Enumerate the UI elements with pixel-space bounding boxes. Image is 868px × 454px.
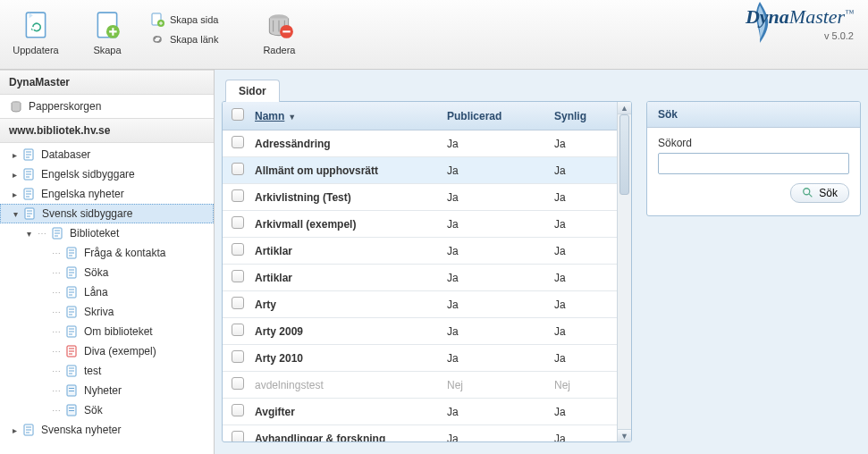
cell-vis: Ja — [554, 138, 608, 150]
tree-item[interactable]: ⋯Nyheter — [0, 381, 214, 400]
cell-name: Arty 2010 — [255, 352, 447, 365]
row-checkbox[interactable] — [232, 216, 244, 229]
row-checkbox[interactable] — [232, 163, 244, 175]
tree-dots: ⋯ — [50, 288, 63, 298]
sidebar: DynaMaster Papperskorgen www.bibliotek.h… — [0, 70, 215, 454]
scroll-down-icon[interactable]: ▼ — [618, 429, 631, 441]
col-header-pub[interactable]: Publicerad — [447, 110, 554, 122]
tree-dots: ⋯ — [50, 406, 63, 416]
content-area: Sidor Namn▼ Publicerad Synlig Adressändr… — [215, 70, 868, 454]
sidebar-item-trash[interactable]: Papperskorgen — [0, 95, 214, 118]
page-icon — [22, 206, 37, 221]
tree-item-label: Skriva — [84, 306, 114, 318]
row-checkbox[interactable] — [232, 243, 244, 256]
table-row[interactable]: Arkivlistning (Test)JaJa — [223, 184, 617, 211]
table-row[interactable]: Arkivmall (exempel)JaJa — [223, 211, 617, 238]
cell-name: Artiklar — [255, 272, 447, 284]
select-all-checkbox[interactable] — [232, 108, 244, 121]
cell-vis: Ja — [554, 325, 608, 338]
table-header: Namn▼ Publicerad Synlig — [223, 102, 617, 130]
tree-toggle-icon[interactable]: ▸ — [9, 189, 20, 199]
tree-dots: ⋯ — [50, 268, 63, 278]
cell-pub: Ja — [447, 164, 554, 177]
row-checkbox[interactable] — [232, 189, 244, 202]
tree-item-label: Sök — [84, 404, 103, 416]
cell-name: Avgifter — [255, 406, 447, 418]
cell-pub: Ja — [447, 406, 554, 418]
table-row[interactable]: AdressändringJaJa — [223, 130, 617, 157]
table-row[interactable]: ArtiklarJaJa — [223, 265, 617, 291]
search-panel: Sök Sökord Sök — [646, 101, 861, 216]
row-checkbox[interactable] — [232, 431, 244, 442]
row-checkbox[interactable] — [232, 136, 244, 148]
magnifier-icon — [802, 187, 814, 199]
delete-button[interactable]: Radera — [243, 7, 315, 59]
tree-item[interactable]: ⋯Diva (exempel) — [0, 341, 214, 361]
cell-pub: Ja — [447, 298, 554, 311]
tree-item-label: Nyheter — [84, 384, 122, 397]
table-row[interactable]: Arty 2010JaJa — [223, 345, 617, 372]
toolbar: Uppdatera Skapa Skapa sida Skapa länk Ra… — [0, 0, 868, 70]
table-row[interactable]: Avhandlingar & forskningJaJa — [223, 425, 617, 442]
tree-item-label: Engelsk sidbyggare — [41, 168, 135, 181]
tabstrip: Sidor — [225, 79, 861, 101]
tree-item[interactable]: ⋯Låna — [0, 282, 214, 302]
tree-dots: ⋯ — [36, 229, 48, 239]
tree-toggle-icon[interactable]: ▸ — [9, 150, 20, 160]
update-button[interactable]: Uppdatera — [0, 7, 72, 59]
tree-item-label: Biblioteket — [70, 227, 119, 240]
tree-item[interactable]: ⋯Fråga & kontakta — [0, 243, 214, 263]
create-link-button[interactable]: Skapa länk — [150, 32, 218, 46]
create-page-button[interactable]: Skapa sida — [150, 13, 218, 27]
svg-rect-7 — [283, 30, 291, 32]
row-checkbox[interactable] — [232, 297, 244, 309]
table-scrollbar[interactable]: ▲ ▼ — [617, 102, 631, 441]
col-header-name[interactable]: Namn▼ — [255, 110, 447, 122]
table-row[interactable]: Allmänt om upphovsrättJaJa — [223, 157, 617, 184]
scroll-up-icon[interactable]: ▲ — [618, 102, 631, 114]
cell-vis: Ja — [554, 164, 608, 177]
toolbar-secondary: Skapa sida Skapa länk — [143, 7, 225, 52]
cell-name: Allmänt om upphovsrätt — [255, 164, 447, 177]
tree-toggle-icon[interactable]: ▾ — [10, 209, 21, 219]
row-checkbox[interactable] — [232, 324, 244, 336]
tab-sidor[interactable]: Sidor — [225, 80, 280, 102]
tree-item[interactable]: ⋯Söka — [0, 263, 214, 282]
table-row[interactable]: ArtyJaJa — [223, 291, 617, 318]
search-button[interactable]: Sök — [790, 183, 849, 203]
tree-toggle-icon[interactable]: ▾ — [23, 229, 34, 239]
row-checkbox[interactable] — [232, 377, 244, 390]
page-icon — [64, 305, 79, 319]
logo-text: DynaMaster™ — [746, 5, 854, 29]
tree-item[interactable]: ▸Databaser — [0, 145, 214, 164]
tree-item[interactable]: ▸Svenska nyheter — [0, 420, 214, 440]
tree-item[interactable]: ⋯Skriva — [0, 302, 214, 322]
tree-item[interactable]: ▾Svensk sidbyggare — [0, 204, 214, 223]
row-checkbox[interactable] — [232, 350, 244, 363]
scroll-thumb[interactable] — [619, 114, 629, 195]
create-button[interactable]: Skapa — [72, 7, 143, 59]
tree-dots: ⋯ — [50, 347, 63, 357]
tree-item[interactable]: ⋯test — [0, 361, 214, 381]
cell-pub: Ja — [447, 325, 554, 338]
table-row[interactable]: Arty 2009JaJa — [223, 318, 617, 345]
table-row[interactable]: ArtiklarJaJa — [223, 238, 617, 265]
tree-item-label: Om biblioteket — [84, 325, 153, 338]
tree-item[interactable]: ⋯Sök — [0, 400, 214, 420]
table-row[interactable]: avdelningstestNejNej — [223, 372, 617, 399]
row-checkbox[interactable] — [232, 404, 244, 416]
tree-item[interactable]: ▾⋯Biblioteket — [0, 223, 214, 243]
col-header-vis[interactable]: Synlig — [554, 110, 608, 122]
tree-item[interactable]: ⋯Om biblioteket — [0, 322, 214, 341]
cell-name: Arkivmall (exempel) — [255, 218, 447, 231]
tree-item[interactable]: ▸Engelska nyheter — [0, 184, 214, 204]
table-row[interactable]: AvgifterJaJa — [223, 399, 617, 425]
search-input[interactable] — [658, 153, 849, 174]
page-icon — [64, 285, 79, 299]
tree-item[interactable]: ▸Engelsk sidbyggare — [0, 164, 214, 184]
cell-pub: Ja — [447, 433, 554, 443]
tree-toggle-icon[interactable]: ▸ — [9, 170, 20, 180]
tree-toggle-icon[interactable]: ▸ — [9, 425, 20, 435]
tree-item-label: Diva (exempel) — [84, 345, 156, 357]
row-checkbox[interactable] — [232, 270, 244, 282]
